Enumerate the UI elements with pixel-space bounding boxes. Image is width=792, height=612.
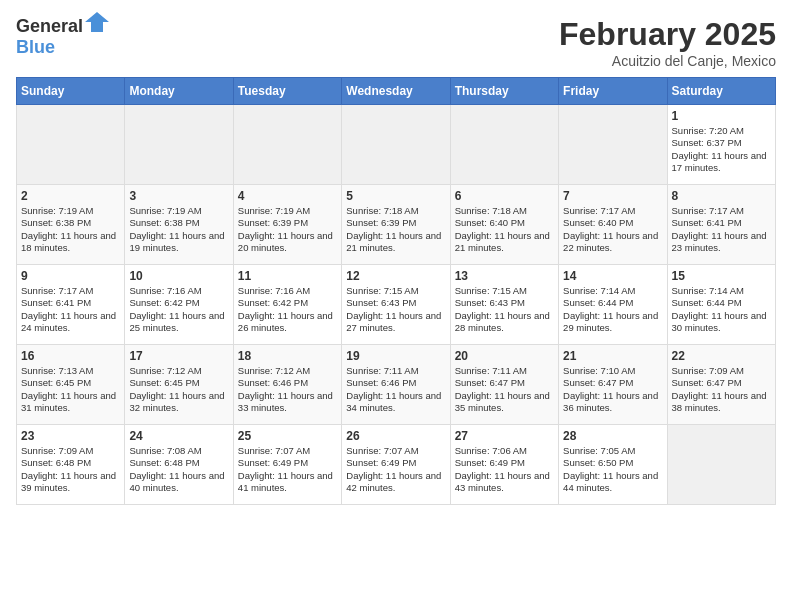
calendar: SundayMondayTuesdayWednesdayThursdayFrid… <box>16 77 776 505</box>
day-cell: 21Sunrise: 7:10 AM Sunset: 6:47 PM Dayli… <box>559 345 667 425</box>
day-info: Sunrise: 7:15 AM Sunset: 6:43 PM Dayligh… <box>455 285 554 334</box>
day-number: 1 <box>672 109 771 123</box>
day-info: Sunrise: 7:14 AM Sunset: 6:44 PM Dayligh… <box>672 285 771 334</box>
day-info: Sunrise: 7:19 AM Sunset: 6:39 PM Dayligh… <box>238 205 337 254</box>
day-number: 10 <box>129 269 228 283</box>
weekday-header-row: SundayMondayTuesdayWednesdayThursdayFrid… <box>17 78 776 105</box>
day-cell: 9Sunrise: 7:17 AM Sunset: 6:41 PM Daylig… <box>17 265 125 345</box>
day-number: 14 <box>563 269 662 283</box>
day-number: 11 <box>238 269 337 283</box>
day-info: Sunrise: 7:19 AM Sunset: 6:38 PM Dayligh… <box>129 205 228 254</box>
day-cell: 4Sunrise: 7:19 AM Sunset: 6:39 PM Daylig… <box>233 185 341 265</box>
day-cell <box>450 105 558 185</box>
day-info: Sunrise: 7:06 AM Sunset: 6:49 PM Dayligh… <box>455 445 554 494</box>
logo: General Blue <box>16 16 109 58</box>
day-cell: 6Sunrise: 7:18 AM Sunset: 6:40 PM Daylig… <box>450 185 558 265</box>
day-info: Sunrise: 7:17 AM Sunset: 6:41 PM Dayligh… <box>21 285 120 334</box>
weekday-thursday: Thursday <box>450 78 558 105</box>
logo-general: General <box>16 16 83 36</box>
day-cell: 28Sunrise: 7:05 AM Sunset: 6:50 PM Dayli… <box>559 425 667 505</box>
day-cell: 19Sunrise: 7:11 AM Sunset: 6:46 PM Dayli… <box>342 345 450 425</box>
day-number: 4 <box>238 189 337 203</box>
day-cell: 27Sunrise: 7:06 AM Sunset: 6:49 PM Dayli… <box>450 425 558 505</box>
week-row-4: 16Sunrise: 7:13 AM Sunset: 6:45 PM Dayli… <box>17 345 776 425</box>
day-info: Sunrise: 7:15 AM Sunset: 6:43 PM Dayligh… <box>346 285 445 334</box>
calendar-body: 1Sunrise: 7:20 AM Sunset: 6:37 PM Daylig… <box>17 105 776 505</box>
day-cell: 7Sunrise: 7:17 AM Sunset: 6:40 PM Daylig… <box>559 185 667 265</box>
day-cell: 22Sunrise: 7:09 AM Sunset: 6:47 PM Dayli… <box>667 345 775 425</box>
title-area: February 2025 Acuitzio del Canje, Mexico <box>559 16 776 69</box>
day-cell <box>125 105 233 185</box>
day-cell: 25Sunrise: 7:07 AM Sunset: 6:49 PM Dayli… <box>233 425 341 505</box>
day-info: Sunrise: 7:12 AM Sunset: 6:45 PM Dayligh… <box>129 365 228 414</box>
day-info: Sunrise: 7:16 AM Sunset: 6:42 PM Dayligh… <box>129 285 228 334</box>
weekday-tuesday: Tuesday <box>233 78 341 105</box>
day-info: Sunrise: 7:07 AM Sunset: 6:49 PM Dayligh… <box>346 445 445 494</box>
day-number: 3 <box>129 189 228 203</box>
day-number: 17 <box>129 349 228 363</box>
month-title: February 2025 <box>559 16 776 53</box>
day-number: 23 <box>21 429 120 443</box>
weekday-saturday: Saturday <box>667 78 775 105</box>
day-info: Sunrise: 7:09 AM Sunset: 6:48 PM Dayligh… <box>21 445 120 494</box>
day-cell: 24Sunrise: 7:08 AM Sunset: 6:48 PM Dayli… <box>125 425 233 505</box>
day-number: 9 <box>21 269 120 283</box>
week-row-1: 1Sunrise: 7:20 AM Sunset: 6:37 PM Daylig… <box>17 105 776 185</box>
day-cell: 11Sunrise: 7:16 AM Sunset: 6:42 PM Dayli… <box>233 265 341 345</box>
day-info: Sunrise: 7:17 AM Sunset: 6:41 PM Dayligh… <box>672 205 771 254</box>
day-cell <box>559 105 667 185</box>
day-cell: 26Sunrise: 7:07 AM Sunset: 6:49 PM Dayli… <box>342 425 450 505</box>
logo-blue: Blue <box>16 37 55 57</box>
day-cell: 15Sunrise: 7:14 AM Sunset: 6:44 PM Dayli… <box>667 265 775 345</box>
day-cell: 23Sunrise: 7:09 AM Sunset: 6:48 PM Dayli… <box>17 425 125 505</box>
day-info: Sunrise: 7:18 AM Sunset: 6:40 PM Dayligh… <box>455 205 554 254</box>
day-info: Sunrise: 7:08 AM Sunset: 6:48 PM Dayligh… <box>129 445 228 494</box>
day-info: Sunrise: 7:12 AM Sunset: 6:46 PM Dayligh… <box>238 365 337 414</box>
weekday-wednesday: Wednesday <box>342 78 450 105</box>
weekday-monday: Monday <box>125 78 233 105</box>
day-number: 24 <box>129 429 228 443</box>
day-info: Sunrise: 7:14 AM Sunset: 6:44 PM Dayligh… <box>563 285 662 334</box>
day-number: 27 <box>455 429 554 443</box>
day-cell: 1Sunrise: 7:20 AM Sunset: 6:37 PM Daylig… <box>667 105 775 185</box>
day-info: Sunrise: 7:09 AM Sunset: 6:47 PM Dayligh… <box>672 365 771 414</box>
day-number: 25 <box>238 429 337 443</box>
location-title: Acuitzio del Canje, Mexico <box>559 53 776 69</box>
day-number: 13 <box>455 269 554 283</box>
day-info: Sunrise: 7:20 AM Sunset: 6:37 PM Dayligh… <box>672 125 771 174</box>
day-cell: 8Sunrise: 7:17 AM Sunset: 6:41 PM Daylig… <box>667 185 775 265</box>
logo-icon <box>85 12 109 32</box>
day-info: Sunrise: 7:05 AM Sunset: 6:50 PM Dayligh… <box>563 445 662 494</box>
day-info: Sunrise: 7:07 AM Sunset: 6:49 PM Dayligh… <box>238 445 337 494</box>
day-number: 15 <box>672 269 771 283</box>
day-info: Sunrise: 7:16 AM Sunset: 6:42 PM Dayligh… <box>238 285 337 334</box>
day-cell <box>667 425 775 505</box>
day-info: Sunrise: 7:13 AM Sunset: 6:45 PM Dayligh… <box>21 365 120 414</box>
week-row-2: 2Sunrise: 7:19 AM Sunset: 6:38 PM Daylig… <box>17 185 776 265</box>
day-number: 8 <box>672 189 771 203</box>
day-number: 21 <box>563 349 662 363</box>
week-row-5: 23Sunrise: 7:09 AM Sunset: 6:48 PM Dayli… <box>17 425 776 505</box>
day-cell: 20Sunrise: 7:11 AM Sunset: 6:47 PM Dayli… <box>450 345 558 425</box>
day-cell: 13Sunrise: 7:15 AM Sunset: 6:43 PM Dayli… <box>450 265 558 345</box>
weekday-sunday: Sunday <box>17 78 125 105</box>
day-cell: 10Sunrise: 7:16 AM Sunset: 6:42 PM Dayli… <box>125 265 233 345</box>
day-info: Sunrise: 7:10 AM Sunset: 6:47 PM Dayligh… <box>563 365 662 414</box>
day-cell: 12Sunrise: 7:15 AM Sunset: 6:43 PM Dayli… <box>342 265 450 345</box>
day-info: Sunrise: 7:19 AM Sunset: 6:38 PM Dayligh… <box>21 205 120 254</box>
day-number: 16 <box>21 349 120 363</box>
day-number: 6 <box>455 189 554 203</box>
day-cell <box>342 105 450 185</box>
day-cell <box>233 105 341 185</box>
day-number: 2 <box>21 189 120 203</box>
day-number: 22 <box>672 349 771 363</box>
week-row-3: 9Sunrise: 7:17 AM Sunset: 6:41 PM Daylig… <box>17 265 776 345</box>
day-cell: 17Sunrise: 7:12 AM Sunset: 6:45 PM Dayli… <box>125 345 233 425</box>
day-info: Sunrise: 7:18 AM Sunset: 6:39 PM Dayligh… <box>346 205 445 254</box>
day-number: 26 <box>346 429 445 443</box>
day-number: 12 <box>346 269 445 283</box>
day-cell: 18Sunrise: 7:12 AM Sunset: 6:46 PM Dayli… <box>233 345 341 425</box>
day-cell: 5Sunrise: 7:18 AM Sunset: 6:39 PM Daylig… <box>342 185 450 265</box>
day-cell: 16Sunrise: 7:13 AM Sunset: 6:45 PM Dayli… <box>17 345 125 425</box>
day-info: Sunrise: 7:11 AM Sunset: 6:46 PM Dayligh… <box>346 365 445 414</box>
